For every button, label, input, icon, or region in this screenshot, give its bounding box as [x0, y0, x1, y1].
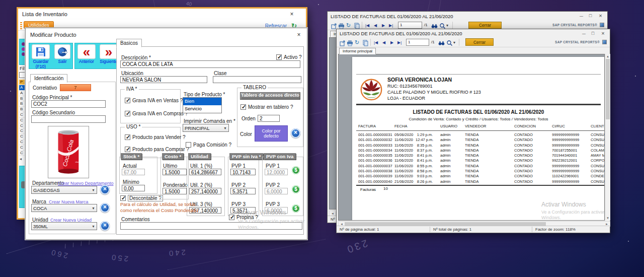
costo-ponderado-input[interactable]: 1,5000: [163, 188, 187, 194]
util1-input[interactable]: 614,286667: [189, 169, 221, 175]
checkbox-box[interactable]: [125, 98, 130, 103]
ubicacion-input[interactable]: NEVERA SALON: [120, 76, 207, 83]
codigo-secundario-input[interactable]: [31, 115, 106, 123]
cell-usuario: admin: [440, 179, 465, 184]
activo-checkbox[interactable]: Activo ?: [276, 54, 302, 60]
checkbox-box[interactable]: [229, 215, 234, 220]
vertical-scrollbar[interactable]: ▴ ▾: [605, 54, 610, 221]
scroll-left-icon[interactable]: ◂: [20, 157, 22, 161]
refresh-icon[interactable]: ↻: [355, 39, 361, 46]
util2-input[interactable]: 257,140000: [189, 188, 221, 194]
col-usuario: USUARIO: [440, 124, 465, 128]
tipo-producto-listbox[interactable]: Bien Servicio: [183, 97, 222, 113]
checkbox-box[interactable]: [240, 104, 246, 110]
producto-vender-checkbox[interactable]: Producto para Vender ?: [125, 134, 186, 140]
checkbox-box[interactable]: [125, 147, 130, 152]
checkbox-box[interactable]: [186, 142, 191, 148]
clear-color-button[interactable]: [291, 128, 300, 138]
last-page-icon[interactable]: ▶|: [397, 39, 401, 46]
crystal-reports-icon[interactable]: [602, 40, 607, 44]
next-page-icon[interactable]: ▶: [382, 22, 385, 29]
print-icon[interactable]: [338, 22, 345, 29]
wallpaper-number: 250: [109, 253, 129, 263]
clase-input[interactable]: [213, 76, 301, 83]
exit-button[interactable]: Salir: [53, 44, 72, 64]
export-icon[interactable]: [339, 39, 346, 46]
zoom-icon[interactable]: [446, 39, 453, 46]
descripcion-input[interactable]: COCA COLA DE LATA: [120, 60, 300, 68]
paga-comision-checkbox[interactable]: Paga Comisión ?: [186, 142, 231, 148]
comanda-select[interactable]: PRINCIPAL: [183, 124, 229, 132]
cerrar-button[interactable]: Cerrar: [468, 22, 502, 29]
tab-informe-principal[interactable]: Informe principal: [339, 48, 376, 54]
prev-page-icon[interactable]: ◀: [382, 39, 385, 46]
page-number-input[interactable]: 1: [398, 22, 422, 29]
zoom-dropdown-icon[interactable]: ▾: [446, 22, 448, 29]
unidad-select[interactable]: 350ML: [31, 222, 97, 230]
copy-icon[interactable]: [362, 39, 369, 46]
search-binoculars-icon[interactable]: [438, 39, 445, 46]
close-icon[interactable]: [599, 30, 607, 36]
tipo-option-servicio[interactable]: Servicio: [183, 105, 221, 113]
refresh-icon[interactable]: ↻: [346, 22, 353, 29]
clear-marca-button[interactable]: [100, 203, 110, 213]
previous-button[interactable]: « Anterior: [76, 44, 97, 64]
first-page-icon[interactable]: |◀: [374, 39, 378, 46]
scroll-down-icon[interactable]: ▾: [605, 216, 610, 221]
mostrar-tablero-checkbox[interactable]: Mostrar en tablero ?: [240, 104, 293, 110]
tipo-option-bien[interactable]: Bien: [183, 98, 221, 105]
codigo-principal-input[interactable]: COC2: [31, 100, 106, 108]
pvp2-input[interactable]: 5,3571: [230, 188, 256, 194]
save-button[interactable]: Guardar (F10): [31, 44, 51, 70]
checkbox-box[interactable]: [120, 195, 126, 201]
zoom-icon[interactable]: [439, 22, 446, 29]
print-icon[interactable]: [347, 39, 353, 46]
toolbar-separator: [362, 22, 362, 29]
close-icon[interactable]: [288, 11, 296, 19]
close-icon[interactable]: [597, 13, 604, 19]
checkbox-box[interactable]: [276, 54, 282, 60]
export-icon[interactable]: [331, 22, 337, 29]
last-page-icon[interactable]: ▶|: [389, 22, 393, 29]
maximize-icon[interactable]: [589, 30, 597, 36]
iva-compras-checkbox[interactable]: Grava IVA en Compras ?: [125, 111, 188, 116]
scroll-thumb[interactable]: [606, 59, 610, 119]
zoom-dropdown-icon[interactable]: ▾: [453, 39, 455, 46]
color-button[interactable]: Color por defecto: [255, 125, 288, 142]
prev-page-icon[interactable]: ◀: [374, 22, 377, 29]
producto-comprar-checkbox[interactable]: Producto para Comprar ?: [125, 147, 189, 152]
table-row: 001-001-000000036 11/06/2020 8:41 p.m. a…: [352, 158, 605, 163]
dollar-icon[interactable]: [292, 185, 300, 193]
close-icon[interactable]: [295, 31, 303, 39]
pvp1-input[interactable]: 10,7143: [230, 169, 256, 175]
minimize-icon[interactable]: [580, 30, 588, 36]
search-binoculars-icon[interactable]: [431, 22, 438, 29]
dollar-icon[interactable]: [292, 204, 300, 213]
scroll-up-icon[interactable]: ▴: [605, 54, 610, 59]
stock-minimo-input[interactable]: 0,00: [122, 185, 145, 191]
clear-departamento-button[interactable]: [100, 185, 110, 194]
clear-unidad-button[interactable]: [100, 221, 110, 231]
descontable-checkbox[interactable]: Descontable ?: [120, 195, 163, 201]
copy-icon[interactable]: [354, 22, 360, 29]
crystal-reports-icon[interactable]: [600, 23, 604, 27]
cerrar-button[interactable]: Cerrar: [465, 38, 494, 46]
costo-ultimo-input[interactable]: 1,5000: [163, 169, 187, 175]
checkbox-box[interactable]: [125, 134, 130, 140]
minimize-icon[interactable]: [578, 13, 585, 19]
checkbox-box[interactable]: [125, 111, 130, 116]
tab-identificacion[interactable]: Identificación: [30, 74, 67, 83]
departamento-select[interactable]: GASEOSAS: [31, 186, 97, 194]
tablero-accesos-button[interactable]: Tablero de accesos directo: [240, 92, 300, 100]
next-page-icon[interactable]: ▶: [390, 39, 393, 46]
orden-input[interactable]: 2: [258, 115, 280, 122]
toolbar-separator: [452, 22, 453, 29]
first-page-icon[interactable]: |◀: [365, 22, 369, 29]
dollar-icon[interactable]: [292, 166, 300, 174]
page-number-input[interactable]: 1: [406, 39, 429, 46]
tab-basicos[interactable]: Basicos: [116, 39, 142, 47]
iva-ventas-checkbox[interactable]: Grava IVA en Ventas ?: [125, 98, 183, 103]
maximize-icon[interactable]: [587, 13, 594, 19]
marca-select[interactable]: COCA: [31, 204, 97, 212]
company-ruc: RUC: 0123456789001: [387, 84, 433, 89]
